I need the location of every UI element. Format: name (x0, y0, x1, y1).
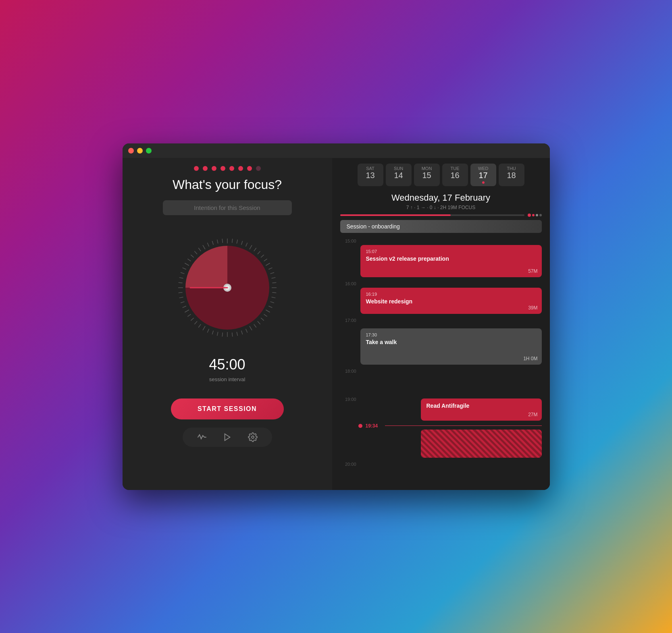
event-session-v2[interactable]: 15:07 Session v2 release preparation 57M (360, 245, 542, 277)
dot-2 (203, 166, 208, 171)
time-label-20: 20:00 (340, 460, 356, 472)
dot-1 (194, 166, 199, 171)
app-window: What's your focus? (123, 143, 550, 490)
timeslot-18: 18:00 (340, 367, 542, 395)
svg-line-35 (203, 326, 205, 330)
svg-line-44 (178, 292, 182, 293)
day-tab-tue[interactable]: TUE 16 (442, 164, 468, 186)
event-take-a-walk[interactable]: 17:30 Take a walk 1H 0M (360, 328, 542, 365)
svg-line-50 (185, 263, 189, 266)
dot-7 (247, 166, 252, 171)
play-button[interactable] (223, 433, 232, 442)
svg-line-8 (261, 255, 264, 257)
events-col-17: 17:30 Take a walk 1H 0M (360, 316, 542, 367)
svg-line-22 (261, 318, 264, 320)
day-tab-sun[interactable]: SUN 14 (386, 164, 412, 186)
pdot-1 (528, 214, 531, 217)
right-panel: SAT 13 SUN 14 MON 15 TUE 16 WED 17 (332, 158, 550, 490)
pdot-3 (536, 214, 538, 216)
svg-line-27 (241, 330, 242, 334)
time-label-16: 16:00 (340, 280, 356, 316)
activity-button[interactable] (197, 432, 207, 442)
fullscreen-button[interactable] (146, 148, 152, 154)
timer-display: 45:00 (209, 356, 245, 373)
event-title-antifragile: Read Antifragile (427, 403, 536, 409)
day-name-mon: MON (419, 166, 435, 171)
day-name-wed: WED (475, 166, 491, 171)
svg-line-51 (187, 259, 191, 261)
day-tab-mon[interactable]: MON 15 (414, 164, 440, 186)
titlebar (123, 143, 550, 158)
svg-line-20 (266, 310, 270, 312)
svg-line-2 (237, 239, 237, 243)
progress-area (332, 214, 550, 220)
day-tab-wed[interactable]: WED 17 (470, 164, 496, 186)
svg-line-53 (194, 251, 197, 254)
dot-6 (238, 166, 243, 171)
svg-line-26 (245, 329, 247, 332)
svg-line-48 (180, 272, 184, 274)
svg-line-57 (212, 241, 213, 245)
left-panel: What's your focus? (123, 158, 332, 490)
day-num-thu: 18 (503, 171, 520, 180)
time-label-18: 18:00 (340, 367, 356, 395)
active-day-dot (482, 181, 485, 184)
current-time-indicator: 19:34 (360, 423, 542, 429)
content-area: What's your focus? (123, 158, 550, 490)
timeslot-17: 17:00 17:30 Take a walk 1H 0M (340, 316, 542, 367)
progress-bar (340, 214, 524, 216)
event-duration-antifragile: 27M (528, 412, 537, 417)
svg-line-10 (266, 263, 270, 266)
close-button[interactable] (128, 148, 134, 154)
svg-line-33 (212, 330, 213, 334)
svg-line-4 (245, 243, 247, 246)
event-duration-walk: 1H 0M (523, 356, 537, 361)
event-website-redesign[interactable]: 16:19 Website redesign 39M (360, 288, 542, 314)
clock-svg (171, 231, 284, 344)
day-tab-thu[interactable]: THU 18 (499, 164, 524, 186)
svg-line-59 (222, 239, 223, 243)
svg-line-56 (207, 243, 209, 246)
svg-line-36 (198, 324, 201, 327)
svg-line-40 (185, 310, 189, 312)
events-col-18 (360, 367, 542, 395)
session-onboarding-banner[interactable]: Session - onboarding (340, 220, 542, 233)
date-title: Wednesday, 17 February (332, 190, 550, 205)
event-time-website: 16:19 (366, 292, 536, 297)
svg-line-6 (254, 248, 256, 251)
svg-line-3 (241, 241, 242, 245)
svg-line-34 (207, 329, 209, 332)
event-time-walk: 17:30 (366, 332, 536, 337)
day-name-sat: SAT (362, 166, 379, 171)
timeslot-20: 20:00 (340, 460, 542, 472)
start-session-button[interactable]: START SESSION (171, 398, 284, 419)
minimize-button[interactable] (137, 148, 143, 154)
svg-line-18 (270, 301, 274, 303)
svg-line-19 (268, 306, 272, 307)
svg-line-29 (232, 332, 232, 336)
svg-line-28 (237, 332, 237, 336)
current-time-dot (358, 424, 362, 428)
event-title-session-v2: Session v2 release preparation (366, 255, 536, 262)
svg-line-14 (272, 282, 276, 283)
day-num-sun: 14 (391, 171, 407, 180)
svg-line-55 (203, 245, 205, 249)
timer-value: 45:00 (209, 356, 245, 373)
svg-line-49 (182, 268, 186, 269)
svg-line-46 (178, 282, 182, 283)
svg-line-41 (182, 306, 186, 307)
events-col-20 (360, 460, 542, 472)
timer-label: session interval (209, 376, 245, 382)
event-current-hatched[interactable] (421, 430, 542, 458)
day-tab-sat[interactable]: SAT 13 (358, 164, 383, 186)
svg-line-32 (217, 332, 218, 336)
progress-fill (340, 214, 451, 216)
intention-input[interactable] (163, 200, 292, 215)
svg-line-38 (191, 318, 193, 320)
event-read-antifragile[interactable]: Read Antifragile 27M (421, 398, 542, 421)
progress-dots-row (194, 166, 261, 171)
day-name-sun: SUN (391, 166, 407, 171)
settings-button[interactable] (248, 432, 258, 442)
day-num-tue: 16 (447, 171, 463, 180)
event-title-walk: Take a walk (366, 339, 536, 345)
